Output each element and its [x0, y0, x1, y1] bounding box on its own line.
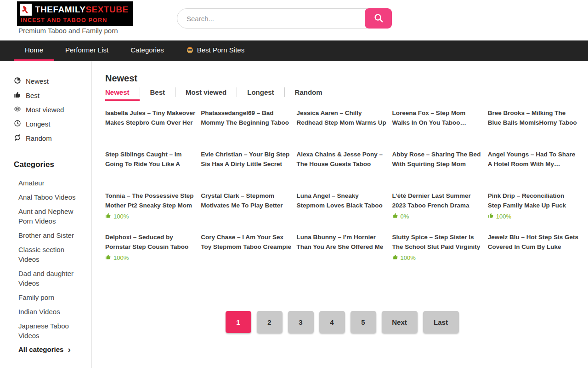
search-icon	[373, 13, 384, 24]
logo-subtitle: INCEST AND TABOO PORN	[20, 17, 129, 23]
sort-item-label: Random	[26, 134, 52, 142]
video-card[interactable]: Jessica Aaren – Chilly Redhead Step Mom …	[296, 109, 387, 150]
logo-title: THEFAMILYSEXTUBE	[35, 5, 129, 15]
search-bar	[177, 8, 392, 29]
video-title[interactable]: Jessica Aaren – Chilly Redhead Step Mom …	[296, 109, 387, 127]
nav-item-label: Best Porn Sites	[197, 46, 244, 54]
sidebar-category-item[interactable]: Indian Videos	[18, 305, 91, 319]
page-title: Newest	[105, 72, 579, 84]
video-card[interactable]: Phatassedangel69 – Bad Mommy The Beginni…	[201, 109, 292, 150]
video-card[interactable]: Jewelz Blu – Hot Step Sis Gets Covered I…	[488, 233, 579, 274]
video-title[interactable]: Crystal Clark – Stepmom Motivates Me To …	[201, 191, 292, 210]
rating-badge: 100%	[105, 213, 196, 220]
video-title[interactable]: Luna Angel – Sneaky Stepmom Loves Black …	[296, 191, 387, 210]
rating-badge: 100%	[392, 254, 483, 261]
video-card[interactable]: Alexa Chains & Jesse Pony – The House Gu…	[296, 150, 387, 191]
video-card[interactable]: Pink Drip – Reconciliation Step Family M…	[488, 191, 579, 233]
video-title[interactable]: Jewelz Blu – Hot Step Sis Gets Covered I…	[488, 233, 579, 252]
main-content: Newest NewestBestMost viewedLongestRando…	[92, 61, 588, 368]
nav-item-performer-list[interactable]: Performer List	[54, 40, 119, 61]
video-card[interactable]: Step Siblings Caught – Im Going To Ride …	[105, 150, 196, 191]
video-card[interactable]: Isabella Jules – Tiny Makeover Makes Ste…	[105, 109, 196, 150]
sidebar-category-item[interactable]: Japanese Taboo Videos	[18, 319, 91, 343]
sort-item-label: Longest	[26, 120, 50, 128]
video-title[interactable]: Abby Rose – Sharing The Bed With Squirti…	[392, 150, 483, 169]
video-title[interactable]: Step Siblings Caught – Im Going To Ride …	[105, 150, 196, 169]
sidebar-category-item[interactable]: Dad and daughter Videos	[18, 266, 91, 290]
tab-best[interactable]: Best	[140, 87, 175, 97]
all-categories-label: All categories	[18, 345, 63, 353]
video-card[interactable]: Bree Brooks – Milking The Blue Balls Mom…	[488, 109, 579, 150]
sidebar-category-item[interactable]: Amateur	[18, 176, 91, 190]
sidebar-sort-most-viewed[interactable]: Most viewed	[14, 103, 91, 117]
video-title[interactable]: Pink Drip – Reconciliation Step Family M…	[488, 191, 579, 210]
sidebar-category-item[interactable]: Aunt and Nephew Porn Videos	[18, 204, 91, 228]
search-input[interactable]	[177, 8, 392, 29]
pagination-next-button[interactable]: Next	[382, 311, 418, 333]
pagination-page-button[interactable]: 5	[351, 311, 376, 333]
sidebar-sort-longest[interactable]: Longest	[14, 117, 91, 131]
video-title[interactable]: Isabella Jules – Tiny Makeover Makes Ste…	[105, 109, 196, 127]
nav-item-categories[interactable]: Categories	[119, 40, 175, 61]
video-title[interactable]: Delphoxi – Seduced by Pornstar Step Cous…	[105, 233, 196, 252]
video-title[interactable]: Evie Christian – Your Big Step Sis Has A…	[201, 150, 292, 169]
sidebar-category-item[interactable]: Brother and Sister	[18, 228, 91, 242]
sidebar-sort-newest[interactable]: Newest	[14, 74, 91, 88]
tab-most-viewed[interactable]: Most viewed	[175, 87, 237, 97]
pagination-page-button[interactable]: 4	[319, 311, 345, 333]
video-card[interactable]: Angel Youngs – Had To Share A Hotel Room…	[488, 150, 579, 191]
pagination-page-button[interactable]: 1	[226, 311, 251, 333]
nav-item-home[interactable]: Home	[14, 40, 54, 61]
rating-badge: 100%	[488, 213, 579, 220]
video-title[interactable]: Cory Chase – I Am Your Sex Toy Stepmom T…	[201, 233, 292, 252]
video-card[interactable]: Evie Christian – Your Big Step Sis Has A…	[201, 150, 292, 191]
nav-item-best-porn-sites[interactable]: Best Porn Sites	[175, 40, 255, 61]
site-header: THEFAMILYSEXTUBE INCEST AND TABOO PORN P…	[0, 0, 588, 40]
thumbs-up-icon	[488, 213, 494, 220]
tab-longest[interactable]: Longest	[237, 87, 284, 97]
video-title[interactable]: Slutty Spice – Step Sister Is The School…	[392, 233, 483, 252]
video-card[interactable]: Delphoxi – Seduced by Pornstar Step Cous…	[105, 233, 196, 274]
video-title[interactable]: Luna Bbunny – I’m Hornier Than You Are S…	[296, 233, 387, 252]
video-title[interactable]: L’été Dernier Last Summer 2023 Taboo Fre…	[392, 191, 483, 210]
pagination-last-button[interactable]: Last	[423, 311, 459, 333]
all-categories-link[interactable]: All categories ›	[14, 343, 91, 353]
chevron-right-icon: ›	[68, 346, 70, 353]
thumbs-up-icon	[392, 254, 398, 261]
sort-tabs: NewestBestMost viewedLongestRandom	[105, 87, 579, 101]
video-title[interactable]: Bree Brooks – Milking The Blue Balls Mom…	[488, 109, 579, 127]
video-card[interactable]: Luna Bbunny – I’m Hornier Than You Are S…	[296, 233, 387, 274]
video-title[interactable]: Angel Youngs – Had To Share A Hotel Room…	[488, 150, 579, 169]
video-grid: Isabella Jules – Tiny Makeover Makes Ste…	[105, 109, 579, 274]
sidebar-category-item[interactable]: Anal Taboo Videos	[18, 190, 91, 204]
video-card[interactable]: L’été Dernier Last Summer 2023 Taboo Fre…	[392, 191, 483, 233]
video-card[interactable]: Slutty Spice – Step Sister Is The School…	[392, 233, 483, 274]
video-card[interactable]: Luna Angel – Sneaky Stepmom Loves Black …	[296, 191, 387, 233]
video-card[interactable]: Loreena Fox – Step Mom Walks In On You T…	[392, 109, 483, 150]
video-title[interactable]: Phatassedangel69 – Bad Mommy The Beginni…	[201, 109, 292, 127]
sidebar-sort-random[interactable]: Random	[14, 131, 91, 145]
video-card[interactable]: Abby Rose – Sharing The Bed With Squirti…	[392, 150, 483, 191]
video-card[interactable]: Crystal Clark – Stepmom Motivates Me To …	[201, 191, 292, 233]
thumbs-up-icon	[105, 254, 111, 261]
video-title[interactable]: Tonnia – The Possessive Step Mother Pt2 …	[105, 191, 196, 210]
search-button[interactable]	[365, 8, 392, 29]
site-logo[interactable]: THEFAMILYSEXTUBE INCEST AND TABOO PORN	[17, 1, 133, 26]
pagination-page-button[interactable]: 3	[288, 311, 314, 333]
nav-item-label: Categories	[130, 46, 164, 54]
video-card[interactable]: Cory Chase – I Am Your Sex Toy Stepmom T…	[201, 233, 292, 274]
sidebar-category-item[interactable]: Classic section Videos	[18, 242, 91, 266]
video-title[interactable]: Loreena Fox – Step Mom Walks In On You T…	[392, 109, 483, 127]
pagination-page-button[interactable]: 2	[257, 311, 283, 333]
main-nav: Home Performer List Categories Best Porn…	[0, 40, 588, 61]
rating-percent: 0%	[401, 213, 409, 220]
sidebar-sort-best[interactable]: Best	[14, 88, 91, 103]
sidebar: Newest Best Most viewed Longest Random C…	[0, 61, 92, 368]
sidebar-category-item[interactable]: Family porn	[18, 290, 91, 305]
rating-percent: 100%	[113, 213, 129, 220]
video-title[interactable]: Alexa Chains & Jesse Pony – The House Gu…	[296, 150, 387, 169]
tab-random[interactable]: Random	[284, 87, 333, 97]
rating-percent: 100%	[401, 254, 416, 261]
video-card[interactable]: Tonnia – The Possessive Step Mother Pt2 …	[105, 191, 196, 233]
tab-newest[interactable]: Newest	[105, 87, 140, 97]
